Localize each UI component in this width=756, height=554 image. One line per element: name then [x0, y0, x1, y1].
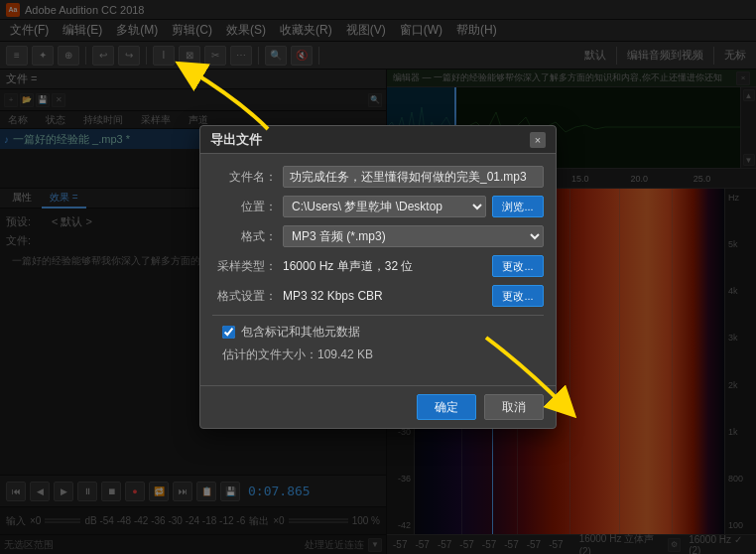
checkbox-label: 包含标记和其他元数据 [241, 324, 360, 341]
location-label: 位置： [212, 199, 277, 215]
dialog-footer: 确定 取消 [200, 385, 556, 428]
sampletype-label: 采样类型： [212, 258, 277, 275]
cancel-btn[interactable]: 取消 [484, 394, 544, 420]
format-row: 格式： MP3 音频 (*.mp3) [212, 225, 544, 247]
sampletype-value: 16000 Hz 单声道，32 位 [283, 258, 486, 275]
dialog-divider [212, 315, 544, 316]
filename-row: 文件名： [212, 166, 544, 188]
confirm-btn[interactable]: 确定 [417, 394, 476, 420]
location-select[interactable]: C:\Users\ 梦里乾坤 \Desktop [283, 196, 486, 217]
metadata-checkbox[interactable] [222, 326, 235, 339]
browse-btn[interactable]: 浏览... [492, 196, 544, 217]
format-label: 格式： [212, 228, 277, 245]
formatsetting-row: 格式设置： MP3 32 Kbps CBR 更改... [212, 285, 544, 307]
location-row: 位置： C:\Users\ 梦里乾坤 \Desktop 浏览... [212, 196, 544, 217]
change-format-btn[interactable]: 更改... [492, 285, 544, 307]
dialog-close-btn[interactable]: × [530, 132, 546, 148]
filesize-row: 估计的文件大小：109.42 KB [212, 346, 544, 363]
filename-label: 文件名： [212, 169, 277, 186]
formatsetting-value: MP3 32 Kbps CBR [283, 289, 486, 303]
dialog-titlebar: 导出文件 × [200, 126, 556, 154]
dialog-title: 导出文件 [210, 131, 262, 149]
formatsetting-label: 格式设置： [212, 288, 277, 305]
checkbox-row: 包含标记和其他元数据 [212, 324, 544, 341]
export-dialog: 导出文件 × 文件名： 位置： C:\Users\ 梦里乾坤 \Desktop … [199, 125, 557, 429]
change-sampletype-btn[interactable]: 更改... [492, 255, 544, 277]
dialog-body: 文件名： 位置： C:\Users\ 梦里乾坤 \Desktop 浏览... 格… [200, 154, 556, 385]
modal-overlay: 导出文件 × 文件名： 位置： C:\Users\ 梦里乾坤 \Desktop … [0, 0, 756, 554]
filename-input[interactable] [283, 166, 544, 188]
sampletype-row: 采样类型： 16000 Hz 单声道，32 位 更改... [212, 255, 544, 277]
format-select[interactable]: MP3 音频 (*.mp3) [283, 225, 544, 247]
